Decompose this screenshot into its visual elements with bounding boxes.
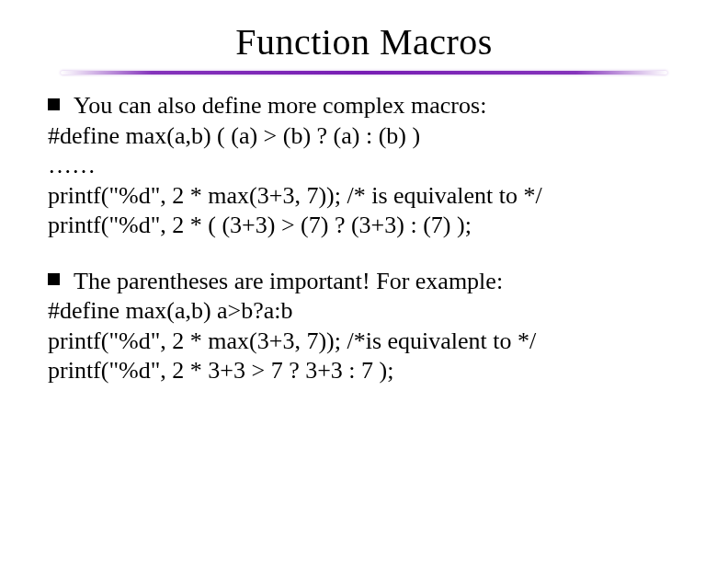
bullet-line-2: The parentheses are important! For examp… bbox=[48, 267, 680, 297]
code-line: printf("%d", 2 * max(3+3, 7)); /*is equi… bbox=[48, 327, 680, 357]
content-block-1: You can also define more complex macros:… bbox=[48, 91, 680, 241]
bullet-line-1: You can also define more complex macros: bbox=[48, 91, 680, 121]
slide: Function Macros You can also define more… bbox=[0, 0, 728, 563]
code-line: printf("%d", 2 * 3+3 > 7 ? 3+3 : 7 ); bbox=[48, 356, 680, 386]
code-line: printf("%d", 2 * ( (3+3) > (7) ? (3+3) :… bbox=[48, 211, 680, 241]
code-line: #define max(a,b) ( (a) > (b) ? (a) : (b)… bbox=[48, 121, 680, 152]
code-line: …… bbox=[48, 151, 680, 181]
slide-title: Function Macros bbox=[0, 0, 728, 71]
content-block-2: The parentheses are important! For examp… bbox=[48, 267, 680, 386]
code-line: #define max(a,b) a>b?a:b bbox=[48, 296, 680, 327]
lead-text-2: The parentheses are important! For examp… bbox=[74, 268, 503, 294]
bullet-icon bbox=[48, 273, 60, 285]
lead-text-1: You can also define more complex macros: bbox=[74, 92, 486, 119]
bullet-icon bbox=[48, 98, 60, 110]
code-line: printf("%d", 2 * max(3+3, 7)); /* is equ… bbox=[48, 181, 680, 212]
slide-body: You can also define more complex macros:… bbox=[0, 91, 728, 386]
title-underline bbox=[61, 71, 667, 75]
